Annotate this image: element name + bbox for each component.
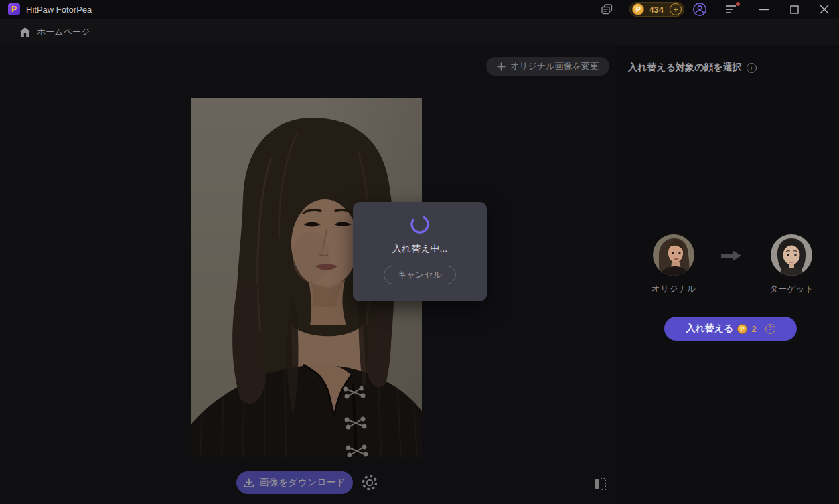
- coin-icon: P: [632, 3, 644, 15]
- processing-modal: 入れ替え中... キャンセル: [353, 202, 487, 301]
- coin-icon: P: [737, 324, 747, 334]
- target-face-label: ターゲット: [761, 283, 822, 295]
- titlebar: P HitPaw FotorPea P 434 +: [0, 0, 839, 19]
- home-label: ホームページ: [37, 26, 90, 38]
- app-logo-icon: P: [8, 3, 20, 15]
- close-button[interactable]: [820, 5, 829, 14]
- loading-spinner: [409, 214, 431, 235]
- credits-pill[interactable]: P 434 +: [629, 2, 684, 17]
- home-icon: [20, 27, 30, 37]
- home-button[interactable]: ホームページ: [20, 26, 90, 38]
- swap-cost: 2: [751, 324, 756, 334]
- processing-status: 入れ替え中...: [353, 243, 487, 255]
- navbar: ホームページ: [0, 19, 839, 45]
- maximize-button[interactable]: [790, 5, 799, 14]
- processing-overlay: [0, 45, 617, 504]
- swap-button-label: 入れ替える: [686, 323, 733, 335]
- original-face-thumbnail[interactable]: [653, 234, 694, 276]
- notification-dot: [736, 2, 740, 6]
- target-face-thumbnail[interactable]: [771, 234, 812, 276]
- feedback-icon[interactable]: [601, 3, 613, 15]
- swap-button[interactable]: 入れ替える P 2 ?: [664, 317, 797, 341]
- app-window: P HitPaw FotorPea P 434 +: [0, 0, 839, 504]
- menu-icon[interactable]: [726, 5, 738, 14]
- arrow-right-icon: [721, 249, 741, 265]
- info-icon[interactable]: i: [747, 63, 757, 73]
- sidebar-title: 入れ替える対象の顔を選択: [628, 62, 742, 74]
- sidebar: 入れ替える対象の顔を選択 i オリジナル: [617, 45, 839, 504]
- canvas-area: オリジナル画像を変更: [0, 45, 617, 504]
- add-credits-icon[interactable]: +: [670, 3, 682, 15]
- minimize-button[interactable]: [759, 5, 769, 14]
- app-title: HitPaw FotorPea: [26, 5, 92, 15]
- original-face-label: オリジナル: [643, 283, 704, 295]
- cancel-button[interactable]: キャンセル: [384, 266, 456, 284]
- help-icon[interactable]: ?: [765, 324, 775, 334]
- account-icon[interactable]: [692, 2, 707, 17]
- credits-count: 434: [644, 5, 670, 15]
